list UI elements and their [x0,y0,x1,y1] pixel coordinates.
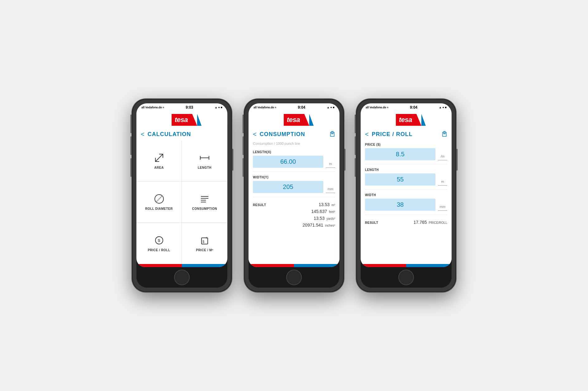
svg-text:$: $ [202,240,204,243]
phones-container: all Vodafone.de ≈ 9:03 ▲ ● ■ tesa < CALC… [132,99,456,292]
phone-1-inner: all Vodafone.de ≈ 9:03 ▲ ● ■ tesa < CALC… [136,103,227,288]
tesa-logo-3: tesa [361,111,452,128]
length-x-unit: m [326,162,335,168]
length-x-input-row: 66.00 m [253,156,335,168]
back-button-3[interactable]: < [365,131,369,138]
price-roll-content: PRICE ($) 8.5 /m LENGTH 55 m [361,140,452,264]
bottom-bar-2 [249,264,339,267]
status-carrier-2: all Vodafone.de ≈ [254,106,276,109]
logo-triangle-blue-3 [421,114,426,126]
phone-2: all Vodafone.de ≈ 9:04 ▲ ● ■ tesa < CONS… [244,99,344,292]
status-icons-1: ▲ ● ■ [215,106,222,109]
pr-length-value[interactable]: 55 [365,173,435,186]
pr-width-input-row: 38 mm [365,199,447,211]
svg-line-5 [157,196,162,201]
back-button-2[interactable]: < [253,131,257,138]
home-button-3[interactable] [398,270,414,285]
pr-length-field: LENGTH 55 m [361,166,452,188]
pr-width-value[interactable]: 38 [365,199,435,211]
pr-length-input-row: 55 m [365,173,447,186]
tesa-text-3: tesa [399,116,412,124]
home-button-1[interactable] [174,270,190,285]
consumption-icon [199,193,210,205]
width-y-field: WIDTH(Y) 205 mm [249,173,339,196]
svg-text:$: $ [158,238,160,243]
status-carrier-3: all Vodafone.de ≈ [366,106,388,109]
screen-2: all Vodafone.de ≈ 9:04 ▲ ● ■ tesa < CONS… [249,103,339,267]
calc-item-length[interactable]: LENGTH [182,140,227,181]
calc-item-consumption[interactable]: CONSUMPTION [182,181,227,223]
calc-item-price-roll[interactable]: $ PRICE / ROLL [136,223,182,264]
screen-3: all Vodafone.de ≈ 9:04 ▲ ● ■ tesa < PRIC… [361,103,452,267]
tesa-logo-1: tesa [136,111,227,128]
consumption-label: CONSUMPTION [192,207,217,210]
status-bar-1: all Vodafone.de ≈ 9:03 ▲ ● ■ [136,103,227,111]
tesa-logo-2: tesa [249,111,339,128]
bottom-bar-red-1 [136,264,182,267]
result-value-2c: 13.53 [314,216,325,221]
pr-length-label: LENGTH [365,168,447,172]
logo-triangle-blue-1 [197,114,202,126]
length-x-field: LENGTH(X) 66.00 m [249,148,339,170]
page-title-1: CALCULATION [148,131,191,138]
price-roll-results: RESULT 17.765 PRICE/ROLL [361,216,452,264]
status-time-1: 9:03 [186,105,193,110]
share-button-3[interactable] [442,131,447,138]
bottom-bar-blue-3 [406,264,452,267]
bottom-bar-red-2 [249,264,294,267]
width-y-value[interactable]: 205 [253,181,323,193]
result-unit-2b: feet² [329,210,335,214]
result-value-3a: 17.765 [414,220,427,225]
nav-bar-3: < PRICE / ROLL [361,128,452,140]
home-button-2[interactable] [286,270,302,285]
length-x-label: LENGTH(X) [253,150,335,154]
length-x-value[interactable]: 66.00 [253,156,323,168]
result-row-2a: RESULT 13.53 m² [253,202,335,207]
result-unit-2a: m² [331,203,335,207]
calc-item-roll-diameter[interactable]: ROLL DIAMETER [136,181,182,223]
status-icons-2: ▲ ● ■ [327,106,334,109]
tesa-text-2: tesa [287,116,300,124]
status-time-3: 9:04 [410,105,417,110]
page-title-3: PRICE / ROLL [372,131,413,138]
phone-1: all Vodafone.de ≈ 9:03 ▲ ● ■ tesa < CALC… [132,99,232,292]
price-roll-label: PRICE / ROLL [148,248,170,252]
form-subtitle-2: Consumption / 1000 punch line [249,140,339,148]
result-row-2b: 145.637 feet² [253,209,335,214]
consumption-content: Consumption / 1000 punch line LENGTH(X) … [249,140,339,264]
back-button-1[interactable]: < [141,131,145,138]
divider-2a [253,172,335,172]
price-input-row: 8.5 /m [365,148,447,160]
bottom-bar-3 [361,264,452,267]
area-icon [154,152,165,163]
divider-3a [365,164,447,164]
roll-diameter-label: ROLL DIAMETER [145,207,173,210]
calc-item-area[interactable]: AREA [136,140,182,181]
width-y-unit: mm [326,187,335,193]
price-field: PRICE ($) 8.5 /m [361,140,452,163]
pr-width-label: WIDTH [365,193,447,197]
calc-item-price-m2[interactable]: $ 2 PRICE / M² [182,223,227,264]
result-unit-3a: PRICE/ROLL [429,221,447,224]
length-icon [199,152,210,163]
price-roll-icon: $ [154,235,165,246]
status-icons-3: ▲ ● ■ [439,106,447,109]
area-label: AREA [154,166,164,169]
price-value[interactable]: 8.5 [365,148,435,160]
svg-text:2: 2 [206,236,207,239]
price-m2-icon: $ 2 [199,235,210,246]
length-label: LENGTH [198,166,211,169]
nav-bar-1: < CALCULATION [136,128,227,140]
status-carrier-1: all Vodafone.de ≈ [141,106,164,109]
divider-3b [365,189,447,190]
phone-3: all Vodafone.de ≈ 9:04 ▲ ● ■ tesa < PRIC… [356,99,456,292]
share-button-2[interactable] [330,131,335,138]
bottom-bar-1 [136,264,227,267]
phone-2-inner: all Vodafone.de ≈ 9:04 ▲ ● ■ tesa < CONS… [249,103,339,288]
divider-3c [365,214,447,215]
divider-2b [253,197,335,197]
status-bar-3: all Vodafone.de ≈ 9:04 ▲ ● ■ [361,103,452,111]
page-title-2: CONSUMPTION [260,131,305,138]
result-label-2: RESULT [253,203,266,207]
result-row-2d: 20971.541 inches² [253,223,335,228]
